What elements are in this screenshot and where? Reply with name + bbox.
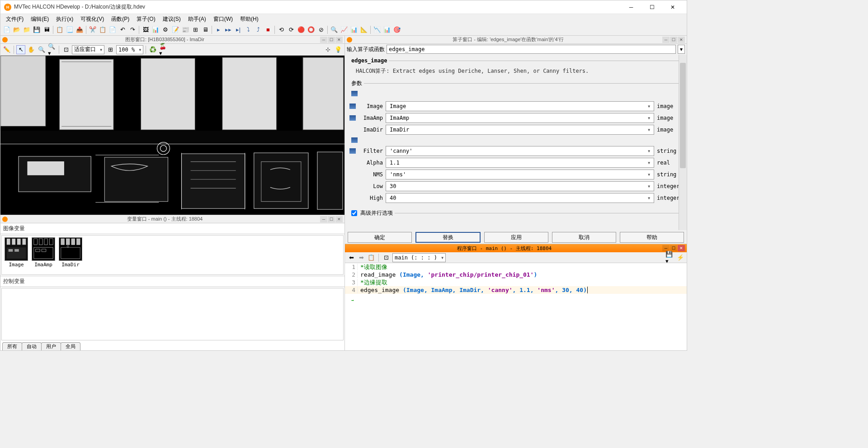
- run2-icon[interactable]: ▸▸: [224, 25, 233, 34]
- close-unused-icon[interactable]: ⊘: [316, 25, 326, 34]
- tab-all[interactable]: 所有: [2, 342, 22, 350]
- param-input-imadir[interactable]: ImaDir▾: [386, 125, 654, 135]
- scrollbar[interactable]: [679, 55, 687, 230]
- menu-operator[interactable]: 算子(O): [133, 15, 159, 23]
- param-input-low[interactable]: 30▾: [386, 181, 654, 191]
- code-line[interactable]: 2read_image (Image, 'printer_chip/printe…: [345, 271, 687, 278]
- ok-button[interactable]: 确定: [348, 232, 412, 243]
- nav-new-icon[interactable]: 📋: [367, 253, 376, 262]
- param-input-alpha[interactable]: 1.1▾: [386, 158, 654, 168]
- bp2-icon[interactable]: ⭕: [307, 25, 316, 34]
- code-line[interactable]: 3*边缘提取: [345, 278, 687, 286]
- help-button[interactable]: 帮助: [620, 232, 684, 243]
- pencil-icon[interactable]: ✏️: [2, 45, 11, 54]
- prog-open-icon[interactable]: 📃: [65, 25, 74, 34]
- paste-icon[interactable]: 📄: [108, 25, 117, 34]
- feat-icon[interactable]: 📊: [349, 25, 359, 34]
- record-drop-icon[interactable]: 🍒▾: [159, 45, 168, 54]
- param-input-nms[interactable]: 'nms'▾: [386, 170, 654, 179]
- code-editor[interactable]: 1*读取图像2read_image (Image, 'printer_chip/…: [345, 263, 687, 350]
- cut-icon[interactable]: ✂️: [88, 25, 97, 34]
- op-input-dropdown-icon[interactable]: ▾: [678, 45, 685, 54]
- redo-icon[interactable]: ↷: [128, 25, 137, 34]
- var-max-button[interactable]: ☐: [328, 216, 335, 222]
- var-min-button[interactable]: ─: [320, 216, 327, 222]
- win-gfx-icon[interactable]: 🖼: [141, 25, 150, 34]
- func-icon[interactable]: ⊡: [382, 253, 391, 262]
- insp-icon[interactable]: 🔍: [330, 25, 339, 34]
- menu-function[interactable]: 函数(P): [108, 15, 133, 23]
- graphics-canvas[interactable]: [0, 56, 344, 215]
- bolt-icon[interactable]: ⚡: [676, 253, 685, 262]
- param-input-image[interactable]: Image▾: [386, 101, 654, 111]
- advanced-checkbox[interactable]: [351, 210, 357, 216]
- meas-icon[interactable]: 📐: [359, 25, 368, 34]
- hand-icon[interactable]: ✋: [27, 45, 36, 54]
- undo-icon[interactable]: ↶: [118, 25, 127, 34]
- match-icon[interactable]: 🎯: [392, 25, 401, 34]
- recycle-icon[interactable]: ♻️: [148, 45, 157, 54]
- menu-file[interactable]: 文件(F): [2, 15, 27, 23]
- op-close-button[interactable]: ✕: [678, 37, 685, 43]
- reset2-icon[interactable]: ⟳: [287, 25, 296, 34]
- tab-global[interactable]: 全局: [61, 342, 80, 350]
- stat2-icon[interactable]: 📊: [382, 25, 392, 34]
- maximize-button[interactable]: ☐: [642, 0, 662, 14]
- zoom100-icon[interactable]: ⊞: [106, 45, 115, 54]
- disk-drop-icon[interactable]: 💾▾: [665, 253, 674, 262]
- win-tile-icon[interactable]: ⊞: [191, 25, 200, 34]
- func-combo[interactable]: main (: : : )▾: [392, 253, 446, 262]
- stop-icon[interactable]: ■: [264, 25, 273, 34]
- tab-user[interactable]: 用户: [41, 342, 61, 350]
- open2-icon[interactable]: 📁: [22, 25, 31, 34]
- hist-icon[interactable]: 📈: [340, 25, 349, 34]
- save-icon[interactable]: 💾: [32, 25, 41, 34]
- tab-auto[interactable]: 自动: [22, 342, 42, 350]
- thumb-image[interactable]: Image: [4, 237, 29, 273]
- op-max-button[interactable]: ☐: [670, 37, 677, 43]
- op-input-field[interactable]: [387, 45, 676, 54]
- code-line[interactable]: 1*读取图像: [345, 263, 687, 271]
- step-out-icon[interactable]: ⤴: [254, 25, 263, 34]
- code-line[interactable]: ▶4edges_image (Image, ImaAmp, ImaDir, 'c…: [345, 286, 687, 294]
- gfx-max-button[interactable]: ☐: [328, 37, 335, 43]
- prog-close-button[interactable]: ✕: [678, 245, 685, 251]
- gfx-close-button[interactable]: ✕: [335, 37, 343, 43]
- reset1-icon[interactable]: ⟲: [277, 25, 286, 34]
- menu-edit[interactable]: 编辑(E): [27, 15, 52, 23]
- zoom-icon[interactable]: 🔍: [37, 45, 46, 54]
- advanced-options[interactable]: 高级并行选项: [349, 209, 395, 217]
- zoom-drop-icon[interactable]: 🔍▾: [47, 45, 57, 54]
- copy-icon[interactable]: 📋: [98, 25, 107, 34]
- win-var-icon[interactable]: 📊: [151, 25, 160, 34]
- menu-suggest[interactable]: 建议(S): [159, 15, 184, 23]
- close-button[interactable]: ✕: [662, 0, 683, 14]
- menu-visualize[interactable]: 可视化(V): [77, 15, 108, 23]
- cancel-button[interactable]: 取消: [552, 232, 616, 243]
- menu-execute[interactable]: 执行(x): [52, 15, 77, 23]
- win-out-icon[interactable]: 📰: [181, 25, 190, 34]
- fit-icon[interactable]: ⊡: [61, 45, 71, 54]
- open-icon[interactable]: 📂: [12, 25, 21, 34]
- param-input-imaamp[interactable]: ImaAmp▾: [386, 113, 654, 123]
- param-input-filter[interactable]: 'canny'▾: [386, 146, 654, 156]
- new-icon[interactable]: 📄: [2, 25, 11, 34]
- step-over-icon[interactable]: ▸|: [234, 25, 243, 34]
- menu-assistant[interactable]: 助手(A): [184, 15, 210, 23]
- nav-fwd-icon[interactable]: ➡: [357, 253, 366, 262]
- apply-button[interactable]: 应用: [484, 232, 548, 243]
- op-min-button[interactable]: ─: [662, 37, 670, 43]
- menu-window[interactable]: 窗口(W): [210, 15, 236, 23]
- run-icon[interactable]: ▸: [214, 25, 223, 34]
- replace-button[interactable]: 替换: [415, 232, 481, 243]
- minimize-button[interactable]: ─: [621, 0, 642, 14]
- zoom-combo[interactable]: 100 %▾: [116, 45, 143, 54]
- menu-help[interactable]: 帮助(H): [236, 15, 262, 23]
- fit-combo[interactable]: 适应窗口▾: [72, 45, 104, 54]
- pointer-icon[interactable]: ↖: [16, 45, 25, 54]
- win-op-icon[interactable]: ⚙: [161, 25, 170, 34]
- thumb-imaamp[interactable]: ImaAmp: [31, 237, 56, 273]
- step-in-icon[interactable]: ⤵: [244, 25, 253, 34]
- bulb-icon[interactable]: 💡: [334, 45, 343, 54]
- bp-icon[interactable]: 🔴: [297, 25, 306, 34]
